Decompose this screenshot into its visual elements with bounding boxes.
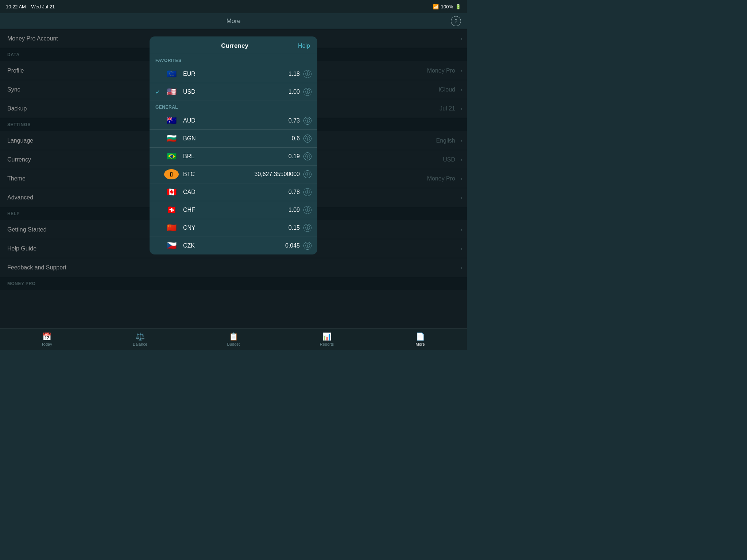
info-button-brl[interactable]: ⓘ [303,152,311,160]
currency-rate-bgn: 0.6 [292,135,300,142]
currency-rate-chf: 1.09 [289,207,300,213]
currency-code-usd: USD [183,89,289,95]
nav-help-button[interactable]: ? [451,16,461,26]
status-right: 📶 100% 🔋 [433,4,461,9]
wifi-icon: 📶 [433,4,439,9]
currency-item-brl[interactable]: 🇧🇷 BRL 0.19 ⓘ [150,148,317,166]
currency-modal: Currency Help FAVORITES 🇪🇺 EUR 1.18 ⓘ ✓ [150,36,317,254]
currency-section-general: GENERAL [150,101,317,112]
currency-rate-usd: 1.00 [289,89,300,95]
info-button-eur[interactable]: ⓘ [303,70,311,78]
info-button-btc[interactable]: ⓘ [303,170,311,178]
currency-item-usd[interactable]: ✓ 🇺🇸 USD 1.00 ⓘ [150,83,317,101]
status-time: 10:22 AM [6,4,26,9]
flag-eur: 🇪🇺 [164,69,179,79]
currency-item-cad[interactable]: 🇨🇦 CAD 0.78 ⓘ [150,183,317,201]
currency-code-chf: CHF [183,207,289,213]
status-bar: 10:22 AM Wed Jul 21 📶 100% 🔋 [0,0,467,13]
battery-icon: 🔋 [455,4,461,9]
tab-balance-label: Balance [133,342,147,346]
modal-body[interactable]: FAVORITES 🇪🇺 EUR 1.18 ⓘ ✓ 🇺🇸 USD 1.00 ⓘ [150,54,317,254]
info-button-usd[interactable]: ⓘ [303,88,311,96]
tab-reports[interactable]: 📊 Reports [280,328,374,350]
currency-code-aud: AUD [183,117,289,124]
budget-icon: 📋 [229,332,238,341]
tab-budget-label: Budget [227,342,240,346]
tab-balance[interactable]: ⚖️ Balance [93,328,187,350]
flag-btc: ₿ [164,169,179,179]
modal-overlay: Currency Help FAVORITES 🇪🇺 EUR 1.18 ⓘ ✓ [0,29,467,328]
modal-help-button[interactable]: Help [298,43,310,49]
modal-title: Currency [171,42,298,50]
main-content: Money Pro Account › DATA Profile Money P… [0,29,467,328]
more-icon: 📄 [416,332,425,341]
currency-code-cny: CNY [183,225,289,231]
tab-reports-label: Reports [320,342,334,346]
info-button-cny[interactable]: ⓘ [303,224,311,232]
currency-rate-brl: 0.19 [289,153,300,160]
flag-chf: 🇨🇭 [164,205,179,215]
tab-budget[interactable]: 📋 Budget [187,328,280,350]
currency-rate-eur: 1.18 [289,71,300,77]
nav-bar: More ? [0,13,467,29]
status-time-date: 10:22 AM Wed Jul 21 [6,4,55,9]
info-button-cad[interactable]: ⓘ [303,188,311,196]
info-button-aud[interactable]: ⓘ [303,117,311,125]
checkmark-usd: ✓ [155,89,163,96]
currency-item-eur[interactable]: 🇪🇺 EUR 1.18 ⓘ [150,65,317,83]
currency-code-cad: CAD [183,189,289,195]
modal-header: Currency Help [150,36,317,54]
currency-item-btc[interactable]: ₿ BTC 30,627.35500000 ⓘ [150,166,317,183]
status-date: Wed Jul 21 [31,4,55,9]
flag-cny: 🇨🇳 [164,223,179,233]
currency-code-eur: EUR [183,71,289,77]
currency-item-chf[interactable]: 🇨🇭 CHF 1.09 ⓘ [150,201,317,219]
info-button-czk[interactable]: ⓘ [303,242,311,250]
currency-section-favorites: FAVORITES [150,54,317,65]
currency-item-czk[interactable]: 🇨🇿 CZK 0.045 ⓘ [150,237,317,254]
flag-usd: 🇺🇸 [164,87,179,97]
flag-brl: 🇧🇷 [164,151,179,162]
currency-rate-czk: 0.045 [285,242,300,249]
currency-item-bgn[interactable]: 🇧🇬 BGN 0.6 ⓘ [150,130,317,148]
currency-item-aud[interactable]: 🇦🇺 AUD 0.73 ⓘ [150,112,317,130]
currency-rate-btc: 30,627.35500000 [254,171,300,178]
tab-more[interactable]: 📄 More [374,328,467,350]
tab-today-label: Today [41,342,52,346]
nav-bar-title: More [227,18,241,25]
currency-rate-aud: 0.73 [289,117,300,124]
currency-rate-cny: 0.15 [289,225,300,231]
balance-icon: ⚖️ [136,332,145,341]
currency-item-cny[interactable]: 🇨🇳 CNY 0.15 ⓘ [150,219,317,237]
flag-aud: 🇦🇺 [164,116,179,126]
reports-icon: 📊 [322,332,332,341]
currency-code-bgn: BGN [183,135,292,142]
flag-cad: 🇨🇦 [164,187,179,197]
currency-code-brl: BRL [183,153,289,160]
currency-code-czk: CZK [183,242,285,249]
info-button-chf[interactable]: ⓘ [303,206,311,214]
tab-more-label: More [415,342,425,346]
flag-bgn: 🇧🇬 [164,133,179,144]
currency-rate-cad: 0.78 [289,189,300,195]
tab-bar: 📅 Today ⚖️ Balance 📋 Budget 📊 Reports 📄 … [0,328,467,350]
flag-czk: 🇨🇿 [164,241,179,251]
currency-code-btc: BTC [183,171,254,178]
today-icon: 📅 [42,332,51,341]
battery-percent: 100% [441,4,453,9]
info-button-bgn[interactable]: ⓘ [303,135,311,143]
tab-today[interactable]: 📅 Today [0,328,93,350]
